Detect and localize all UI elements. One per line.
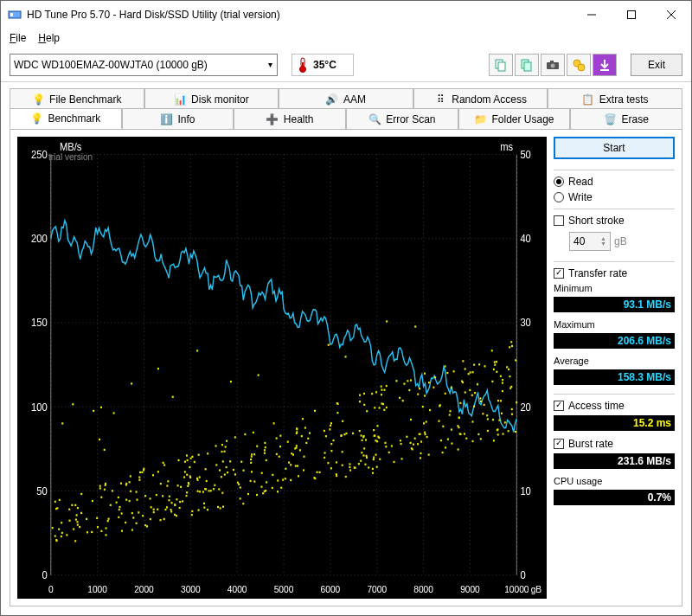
short-stroke-spinner[interactable]: 40 ▲▼ bbox=[569, 232, 611, 251]
svg-rect-440 bbox=[304, 427, 306, 428]
svg-rect-118 bbox=[264, 442, 266, 444]
svg-rect-167 bbox=[508, 430, 509, 432]
svg-rect-265 bbox=[180, 486, 182, 488]
menu-file[interactable]: File bbox=[10, 32, 26, 44]
access-time-check[interactable]: Access time bbox=[554, 400, 675, 412]
options-button[interactable] bbox=[567, 54, 591, 76]
svg-rect-526 bbox=[493, 440, 495, 441]
burst-rate-check[interactable]: Burst rate bbox=[554, 438, 675, 450]
maximize-button[interactable] bbox=[612, 2, 651, 28]
svg-text:6000: 6000 bbox=[321, 584, 341, 595]
svg-rect-441 bbox=[297, 465, 298, 466]
tab-health[interactable]: ➕Health bbox=[234, 108, 346, 129]
svg-rect-419 bbox=[428, 382, 430, 383]
cpu-usage-value: 0.7% bbox=[554, 490, 675, 505]
svg-rect-81 bbox=[92, 500, 93, 502]
tab-info[interactable]: ℹ️Info bbox=[122, 108, 234, 129]
tab-error-scan[interactable]: 🔍Error Scan bbox=[346, 108, 458, 129]
svg-rect-346 bbox=[410, 442, 412, 444]
svg-rect-409 bbox=[58, 529, 60, 530]
tab-erase[interactable]: 🗑️Erase bbox=[570, 108, 682, 129]
svg-rect-256 bbox=[385, 446, 387, 447]
close-button[interactable] bbox=[651, 2, 691, 28]
svg-rect-227 bbox=[451, 428, 452, 430]
checkbox-icon bbox=[554, 439, 564, 449]
svg-rect-433 bbox=[290, 464, 292, 465]
checkbox-icon bbox=[554, 268, 564, 279]
svg-rect-336 bbox=[468, 373, 470, 375]
read-radio[interactable]: Read bbox=[554, 176, 675, 188]
drive-select[interactable]: WDC WD100EMAZ-00WJTA0 (10000 gB) ▾ bbox=[10, 54, 278, 76]
save-button[interactable] bbox=[593, 54, 617, 76]
svg-rect-329 bbox=[138, 476, 140, 478]
svg-rect-475 bbox=[132, 517, 134, 518]
svg-rect-390 bbox=[256, 446, 258, 447]
svg-rect-107 bbox=[151, 506, 152, 508]
copy-text-button[interactable] bbox=[489, 54, 513, 76]
short-stroke-check[interactable]: Short stroke bbox=[554, 215, 675, 227]
start-button[interactable]: Start bbox=[554, 137, 675, 159]
svg-rect-85 bbox=[329, 428, 330, 430]
svg-rect-328 bbox=[206, 480, 208, 482]
maximum-label: Maximum bbox=[554, 319, 675, 330]
svg-rect-405 bbox=[459, 433, 461, 434]
svg-rect-425 bbox=[129, 500, 131, 502]
svg-text:0: 0 bbox=[520, 569, 526, 582]
svg-rect-435 bbox=[423, 422, 425, 424]
svg-rect-113 bbox=[327, 462, 329, 464]
tab-aam[interactable]: 🔊AAM bbox=[279, 88, 413, 109]
temperature-indicator: 35°C bbox=[292, 54, 354, 76]
svg-rect-220 bbox=[138, 511, 139, 513]
svg-rect-317 bbox=[484, 404, 485, 406]
svg-rect-527 bbox=[469, 389, 471, 391]
camera-button[interactable] bbox=[541, 54, 565, 76]
svg-rect-114 bbox=[198, 454, 200, 456]
svg-rect-205 bbox=[213, 488, 215, 490]
svg-rect-286 bbox=[107, 520, 109, 522]
svg-rect-383 bbox=[105, 484, 106, 486]
svg-rect-77 bbox=[303, 469, 304, 471]
svg-rect-176 bbox=[247, 493, 249, 495]
tab-disk-monitor[interactable]: 📊Disk monitor bbox=[144, 88, 279, 109]
transfer-rate-check[interactable]: Transfer rate bbox=[554, 267, 675, 279]
copy-screenshot-button[interactable] bbox=[515, 54, 539, 76]
menu-help[interactable]: Help bbox=[38, 32, 60, 44]
tab-folder-usage[interactable]: 📁Folder Usage bbox=[458, 108, 571, 129]
svg-rect-158 bbox=[330, 450, 332, 452]
tab-extra-tests[interactable]: 📋Extra tests bbox=[548, 88, 682, 109]
svg-rect-522 bbox=[319, 472, 321, 473]
erase-icon: 🗑️ bbox=[605, 113, 617, 125]
exit-button[interactable]: Exit bbox=[631, 54, 682, 76]
svg-rect-163 bbox=[285, 478, 286, 479]
svg-rect-432 bbox=[474, 392, 476, 394]
svg-rect-90 bbox=[500, 375, 502, 377]
svg-rect-350 bbox=[185, 495, 187, 497]
svg-rect-8 bbox=[302, 62, 304, 68]
svg-text:2000: 2000 bbox=[134, 584, 154, 595]
svg-rect-173 bbox=[343, 433, 345, 435]
svg-rect-131 bbox=[160, 483, 162, 484]
svg-rect-70 bbox=[243, 470, 245, 472]
svg-rect-127 bbox=[176, 515, 177, 517]
svg-rect-212 bbox=[203, 506, 205, 508]
minimum-label: Minimum bbox=[554, 283, 675, 293]
svg-rect-332 bbox=[86, 531, 88, 533]
svg-rect-324 bbox=[515, 431, 516, 433]
tab-file-benchmark[interactable]: 💡File Benchmark bbox=[10, 88, 144, 109]
svg-rect-191 bbox=[86, 518, 87, 520]
svg-rect-501 bbox=[157, 368, 159, 369]
write-radio[interactable]: Write bbox=[554, 191, 675, 203]
svg-rect-301 bbox=[349, 469, 351, 471]
tab-benchmark[interactable]: 💡Benchmark bbox=[10, 108, 122, 129]
svg-rect-360 bbox=[171, 502, 173, 504]
svg-rect-124 bbox=[176, 498, 177, 500]
svg-rect-452 bbox=[374, 407, 375, 408]
svg-rect-305 bbox=[169, 496, 170, 497]
svg-rect-188 bbox=[464, 433, 465, 434]
minimize-button[interactable] bbox=[572, 2, 612, 28]
svg-rect-255 bbox=[61, 522, 62, 523]
tab-random-access[interactable]: ⠿Random Access bbox=[413, 88, 548, 109]
svg-rect-357 bbox=[354, 466, 356, 468]
svg-rect-299 bbox=[511, 345, 513, 347]
svg-rect-532 bbox=[100, 530, 102, 532]
